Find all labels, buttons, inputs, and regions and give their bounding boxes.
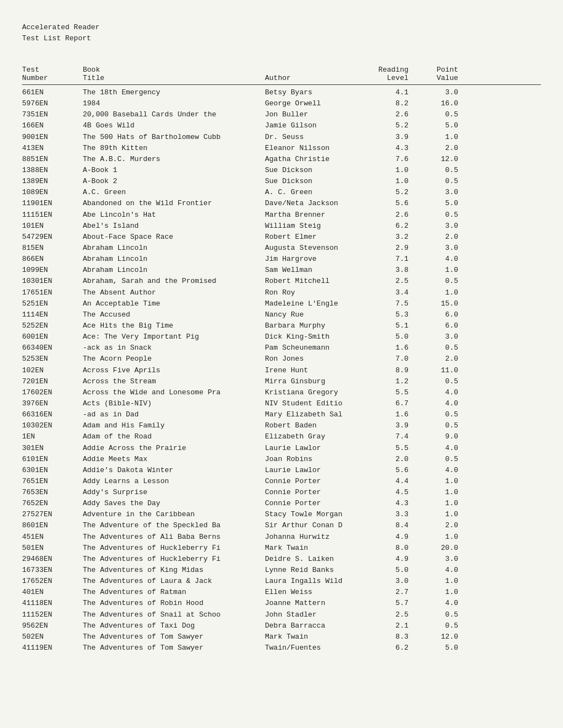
cell-value: 0.5 xyxy=(414,409,458,420)
cell-test: 17602EN xyxy=(22,387,83,398)
cell-title: Adam of the Road xyxy=(83,431,265,442)
cell-level: 2.7 xyxy=(370,587,414,598)
cell-test: 54729EN xyxy=(22,232,83,243)
column-headers-top: Test Book Reading Point xyxy=(22,66,541,74)
cell-level: 3.9 xyxy=(370,420,414,431)
cell-value: 4.0 xyxy=(414,598,458,609)
table-row: 166EN 4B Goes Wild Jamie Gilson 5.2 5.0 xyxy=(22,120,541,131)
table-row: 8601EN The Adventure of the Speckled Ba … xyxy=(22,520,541,531)
cell-author: Ron Jones xyxy=(265,354,370,365)
cell-title: -ack as in Snack xyxy=(83,342,265,354)
table-row: 11152EN The Adventures of Snail at Schoo… xyxy=(22,609,541,620)
cell-value: 15.0 xyxy=(414,298,458,309)
cell-test: 1089EN xyxy=(22,187,83,198)
cell-author: Connie Porter xyxy=(265,476,370,487)
cell-test: 7651EN xyxy=(22,476,83,487)
cell-title: Addy Learns a Lesson xyxy=(83,476,265,487)
cell-author: Dick King-Smith xyxy=(265,331,370,342)
cell-author: Mark Twain xyxy=(265,631,370,643)
cell-author: Agatha Christie xyxy=(265,154,370,165)
cell-test: 166EN xyxy=(22,120,83,131)
cell-title: The Absent Author xyxy=(83,287,265,298)
cell-level: 5.6 xyxy=(370,198,414,209)
cell-author: Jamie Gilson xyxy=(265,120,370,131)
cell-title: A-Book 1 xyxy=(83,165,265,176)
cell-value: 4.0 xyxy=(414,398,458,409)
table-row: 5251EN An Acceptable Time Madeleine L'En… xyxy=(22,298,541,309)
cell-level: 5.6 xyxy=(370,465,414,476)
cell-test: 815EN xyxy=(22,243,83,254)
cell-title: The Acorn People xyxy=(83,354,265,365)
report-header: Accelerated Reader Test List Report xyxy=(22,22,541,44)
cell-author: Eleanor Nilsson xyxy=(265,143,370,154)
cell-level: 8.2 xyxy=(370,98,414,109)
table-row: 102EN Across Five Aprils Irene Hunt 8.9 … xyxy=(22,365,541,376)
test-header-bottom: Number xyxy=(22,74,83,82)
table-row: 502EN The Adventures of Tom Sawyer Mark … xyxy=(22,631,541,643)
cell-test: 5253EN xyxy=(22,354,83,365)
cell-value: 2.0 xyxy=(414,520,458,531)
cell-test: 66316EN xyxy=(22,409,83,420)
cell-test: 6101EN xyxy=(22,454,83,465)
cell-level: 2.9 xyxy=(370,243,414,254)
cell-title: The Adventures of Snail at Schoo xyxy=(83,609,265,620)
cell-author: Johanna Hurwitz xyxy=(265,532,370,543)
table-row: 9001EN The 500 Hats of Bartholomew Cubb … xyxy=(22,132,541,143)
table-row: 6001EN Ace: The Very Important Pig Dick … xyxy=(22,331,541,342)
cell-author: Ellen Weiss xyxy=(265,587,370,598)
report-title-line1: Accelerated Reader xyxy=(22,22,541,33)
cell-test: 661EN xyxy=(22,87,83,98)
cell-test: 451EN xyxy=(22,532,83,543)
cell-value: 0.5 xyxy=(414,342,458,354)
cell-test: 1389EN xyxy=(22,176,83,187)
cell-author: Connie Porter xyxy=(265,498,370,509)
cell-value: 9.0 xyxy=(414,431,458,442)
table-row: 54729EN About-Face Space Race Robert Elm… xyxy=(22,232,541,243)
cell-value: 12.0 xyxy=(414,631,458,643)
cell-level: 3.8 xyxy=(370,265,414,276)
cell-value: 6.0 xyxy=(414,309,458,320)
cell-title: Abandoned on the Wild Frontier xyxy=(83,198,265,209)
table-body: 661EN The 18th Emergency Betsy Byars 4.1… xyxy=(22,87,541,654)
cell-level: 2.5 xyxy=(370,609,414,620)
cell-title: Abraham Lincoln xyxy=(83,265,265,276)
cell-title: Abel's Island xyxy=(83,221,265,232)
cell-test: 5976EN xyxy=(22,98,83,109)
cell-author: Mary Elizabeth Sal xyxy=(265,409,370,420)
cell-value: 11.0 xyxy=(414,365,458,376)
cell-test: 7652EN xyxy=(22,498,83,509)
cell-test: 11151EN xyxy=(22,210,83,221)
cell-value: 1.0 xyxy=(414,287,458,298)
cell-author: Ron Roy xyxy=(265,287,370,298)
cell-value: 2.0 xyxy=(414,143,458,154)
cell-level: 7.4 xyxy=(370,431,414,442)
cell-test: 866EN xyxy=(22,254,83,265)
table-row: 7651EN Addy Learns a Lesson Connie Porte… xyxy=(22,476,541,487)
table-row: 413EN The 89th Kitten Eleanor Nilsson 4.… xyxy=(22,143,541,154)
cell-title: Addie's Dakota Winter xyxy=(83,465,265,476)
table-row: 1388EN A-Book 1 Sue Dickson 1.0 0.5 xyxy=(22,165,541,176)
cell-level: 5.0 xyxy=(370,331,414,342)
table-row: 8851EN The A.B.C. Murders Agatha Christi… xyxy=(22,154,541,165)
cell-value: 4.0 xyxy=(414,254,458,265)
cell-value: 1.0 xyxy=(414,509,458,520)
cell-title: Addie Meets Max xyxy=(83,454,265,465)
cell-author: Stacy Towle Morgan xyxy=(265,509,370,520)
cell-level: 4.3 xyxy=(370,498,414,509)
cell-test: 1388EN xyxy=(22,165,83,176)
cell-title: The Accused xyxy=(83,309,265,320)
cell-title: Abraham Lincoln xyxy=(83,254,265,265)
cell-title: Ace: The Very Important Pig xyxy=(83,331,265,342)
cell-level: 8.0 xyxy=(370,543,414,554)
cell-level: 7.1 xyxy=(370,254,414,265)
cell-test: 6301EN xyxy=(22,465,83,476)
cell-value: 3.0 xyxy=(414,221,458,232)
cell-title: The Adventures of Laura & Jack xyxy=(83,576,265,587)
cell-author: Dr. Seuss xyxy=(265,132,370,143)
cell-test: 7201EN xyxy=(22,376,83,387)
cell-level: 8.4 xyxy=(370,520,414,531)
table-row: 3976EN Acts (Bible-NIV) NIV Student Edit… xyxy=(22,398,541,409)
table-row: 10302EN Adam and His Family Robert Baden… xyxy=(22,420,541,431)
cell-test: 7653EN xyxy=(22,487,83,498)
cell-author: A. C. Green xyxy=(265,187,370,198)
